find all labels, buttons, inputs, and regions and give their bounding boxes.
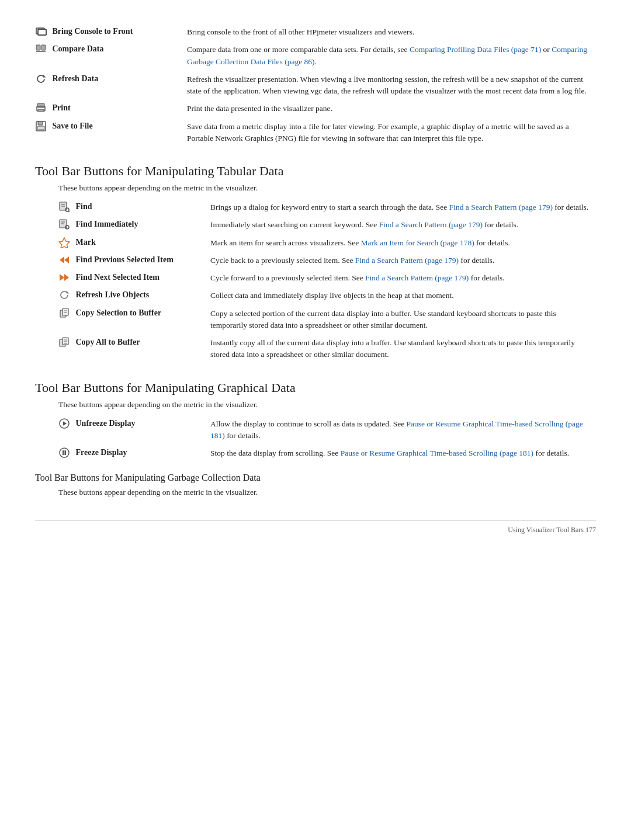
find-search-link-2[interactable]: Find a Search Pattern (page 179) [379, 220, 483, 229]
bring-console-desc: Bring console to the front of all other … [187, 23, 596, 41]
table-row: Find Immediately Immediately start searc… [58, 216, 596, 234]
table-row: Print Print the data presented in the vi… [35, 100, 596, 117]
find-previous-desc: Cycle back to a previously selected item… [210, 252, 596, 269]
table-row: Refresh Live Objects Collect data and im… [58, 287, 596, 304]
save-label: Save to File [35, 118, 187, 148]
refresh-live-label: Refresh Live Objects [58, 287, 210, 304]
find-text: Find [76, 202, 92, 211]
footer-page-info: Using Visualizer Tool Bars 177 [508, 526, 596, 534]
copy-selection-text: Copy Selection to Buffer [76, 308, 162, 317]
graphical-section: Tool Bar Buttons for Manipulating Graphi… [35, 380, 596, 463]
garbage-heading: Tool Bar Buttons for Manipulating Garbag… [35, 473, 596, 483]
refresh-data-icon [35, 73, 47, 85]
copy-all-desc: Instantly copy all of the current data d… [210, 334, 596, 364]
graphical-entry-table: Unfreeze Display Allow the display to co… [58, 415, 596, 463]
table-row: Copy All to Buffer Instantly copy all of… [58, 334, 596, 364]
bring-console-icon [35, 26, 47, 37]
svg-marker-25 [64, 274, 69, 281]
refresh-data-text: Refresh Data [53, 74, 99, 83]
svg-rect-8 [38, 109, 44, 112]
compare-data-desc: Compare data from one or more comparable… [187, 41, 596, 71]
copy-all-icon [58, 336, 70, 348]
svg-point-36 [60, 448, 69, 457]
unfreeze-link[interactable]: Pause or Resume Graphical Time-based Scr… [210, 419, 583, 440]
freeze-label: Freeze Display [58, 445, 210, 462]
freeze-link[interactable]: Pause or Resume Graphical Time-based Scr… [341, 449, 533, 457]
find-immediately-text: Find Immediately [76, 220, 138, 228]
find-immediately-desc: Immediately start searching on current k… [210, 216, 596, 234]
save-text: Save to File [53, 122, 93, 130]
find-icon [58, 201, 70, 213]
svg-rect-4 [41, 45, 46, 50]
freeze-desc: Stop the data display from scrolling. Se… [210, 445, 596, 462]
mark-link[interactable]: Mark an Item for Search (page 178) [361, 238, 474, 247]
svg-rect-6 [37, 103, 44, 107]
table-row: Refresh Data Refresh the visualizer pres… [35, 71, 596, 100]
bring-console-text: Bring Console to Front [53, 27, 133, 36]
top-entry-table: Bring Console to Front Bring console to … [35, 23, 596, 147]
print-text: Print [53, 103, 71, 112]
print-icon [35, 102, 47, 114]
graphical-heading: Tool Bar Buttons for Manipulating Graphi… [35, 380, 596, 395]
tabular-subnote: These buttons appear depending on the me… [58, 183, 596, 193]
table-row: Find Next Selected Item Cycle forward to… [58, 269, 596, 287]
find-search-link-1[interactable]: Find a Search Pattern (page 179) [449, 203, 553, 211]
save-desc: Save data from a metric display into a f… [187, 118, 596, 148]
table-row: Bring Console to Front Bring console to … [35, 23, 596, 41]
table-row: Mark Mark an item for search across visu… [58, 234, 596, 252]
freeze-icon [58, 447, 70, 459]
find-previous-text: Find Previous Selected Item [76, 255, 174, 264]
copy-selection-icon [58, 307, 70, 319]
copy-selection-label: Copy Selection to Buffer [58, 305, 210, 335]
unfreeze-desc: Allow the display to continue to scroll … [210, 415, 596, 445]
freeze-text: Freeze Display [76, 448, 127, 457]
mark-text: Mark [76, 238, 96, 247]
print-desc: Print the data presented in the visualiz… [187, 100, 596, 117]
table-row: Freeze Display Stop the data display fro… [58, 445, 596, 462]
tabular-heading: Tool Bar Buttons for Manipulating Tabula… [35, 164, 596, 179]
compare-profiling-link[interactable]: Comparing Profiling Data Files (page 71) [410, 45, 541, 54]
copy-all-text: Copy All to Buffer [76, 338, 140, 346]
svg-rect-10 [38, 122, 43, 125]
unfreeze-label: Unfreeze Display [58, 415, 210, 445]
find-immediately-label: Find Immediately [58, 216, 210, 234]
refresh-live-icon [58, 289, 70, 301]
svg-rect-1 [38, 29, 46, 35]
table-row: Copy Selection to Buffer Copy a selected… [58, 305, 596, 335]
find-next-desc: Cycle forward to a previously selected i… [210, 269, 596, 287]
compare-data-icon [35, 43, 47, 55]
svg-marker-22 [64, 256, 69, 263]
unfreeze-text: Unfreeze Display [76, 419, 136, 428]
find-search-link-4[interactable]: Find a Search Pattern (page 179) [365, 273, 469, 282]
unfreeze-icon [58, 418, 70, 429]
tabular-section: Tool Bar Buttons for Manipulating Tabula… [35, 164, 596, 364]
find-next-icon [58, 272, 70, 283]
table-row: Find Previous Selected Item Cycle back t… [58, 252, 596, 269]
print-label: Print [35, 100, 187, 117]
compare-data-text: Compare Data [53, 44, 104, 53]
save-icon [35, 120, 47, 132]
bring-console-label: Bring Console to Front [35, 23, 187, 41]
svg-marker-21 [59, 238, 70, 248]
refresh-data-label: Refresh Data [35, 71, 187, 100]
table-row: Find Brings up a dialog for keyword entr… [58, 199, 596, 216]
copy-all-label: Copy All to Buffer [58, 334, 210, 364]
tabular-entry-table: Find Brings up a dialog for keyword entr… [58, 199, 596, 364]
find-next-label: Find Next Selected Item [58, 269, 210, 287]
refresh-live-desc: Collect data and immediately display liv… [210, 287, 596, 304]
refresh-live-text: Refresh Live Objects [76, 290, 150, 299]
graphical-subnote: These buttons appear depending on the me… [58, 400, 596, 409]
garbage-section: Tool Bar Buttons for Manipulating Garbag… [35, 473, 596, 497]
svg-rect-38 [65, 450, 67, 455]
svg-line-16 [68, 211, 70, 212]
find-previous-label: Find Previous Selected Item [58, 252, 210, 269]
table-row: Save to File Save data from a metric dis… [35, 118, 596, 148]
svg-rect-37 [63, 450, 64, 455]
refresh-data-desc: Refresh the visualizer presentation. Whe… [187, 71, 596, 100]
find-next-text: Find Next Selected Item [76, 273, 160, 282]
svg-rect-27 [63, 308, 68, 315]
table-row: Compare Data Compare data from one or mo… [35, 41, 596, 71]
svg-rect-3 [36, 45, 40, 50]
mark-label: Mark [58, 234, 210, 252]
find-search-link-3[interactable]: Find a Search Pattern (page 179) [355, 256, 459, 265]
